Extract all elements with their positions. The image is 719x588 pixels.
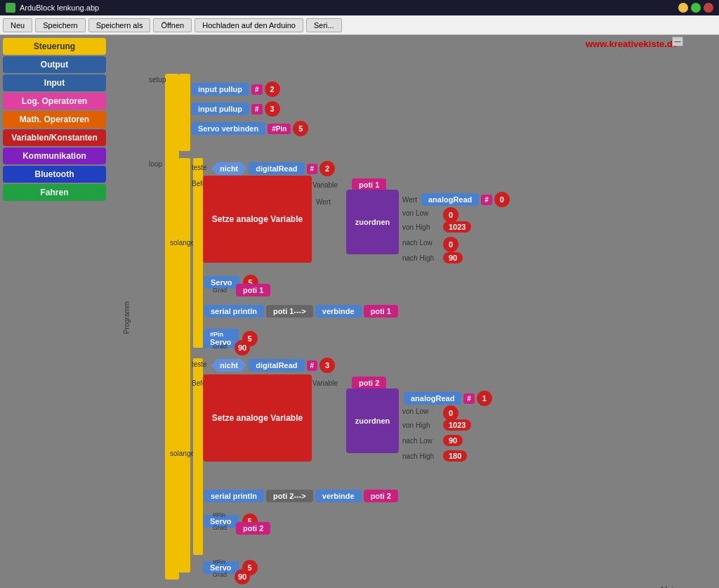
vonLow-1-label: von Low [402,209,428,217]
servo-verbinden-row: Servo verbinden #Pin 5 [190,120,309,137]
pin-val-1[interactable]: 2 [265,81,280,97]
servo-4-grad-val[interactable]: 90 [235,569,250,584]
collapse-button[interactable]: — [672,37,683,46]
setze-analoge-1-block[interactable]: Setze analoge Variable [203,176,312,263]
var-label-1: Variable [312,181,338,189]
vonLow-1-val[interactable]: 0 [443,207,459,223]
menu-bar: Neu Speichern Speichern als Öffnen Hochl… [0,15,719,35]
zuordnen-2-block[interactable]: zuordnen [346,388,399,453]
dr-2-pin-label: # [307,360,318,371]
ar-2-pin-val[interactable]: 1 [477,391,492,406]
servo-2-pin-label: #Pin [210,331,232,338]
poti2-arrow-val[interactable]: poti 2---> [266,490,313,502]
servo-2-grad-label: Grad [213,343,227,350]
save-button[interactable]: Speichern [35,18,86,32]
setze-analoge-2-block[interactable]: Setze analoge Variable [203,374,312,462]
programm-label: Programm [123,301,131,334]
yellow-solange-2-bar [193,358,203,555]
servo-1-grad-val[interactable]: poti 1 [236,284,270,296]
serial-println-1-block[interactable]: serial println [204,305,264,318]
teste-1-label: teste [192,164,207,171]
upload-button[interactable]: Hochladen auf den Arduino [194,18,303,32]
dr-1-pin-label: # [307,164,318,174]
servo-verbinden-block[interactable]: Servo verbinden [191,122,265,135]
teste-2-label: teste [192,360,207,368]
serial-println-2-row: serial println poti 2---> verbinde poti … [203,489,399,503]
setup-label: setup [149,76,166,84]
new-button[interactable]: Neu [3,18,32,32]
digital-read-1-block[interactable]: digitalRead [249,162,304,175]
servo-pin-val[interactable]: 5 [293,121,308,136]
digital-read-2-block[interactable]: digitalRead [249,359,304,372]
vonHigh-1-val[interactable]: 1023 [443,221,471,233]
nicht-1-block[interactable]: nicht [211,162,246,175]
sidebar-item-bluetooth[interactable]: Bluetooth [3,166,106,183]
close-button[interactable] [704,3,713,13]
input-pullup-2-block[interactable]: input pullup [191,103,249,115]
maximize-button[interactable] [691,3,701,13]
sidebar: Steuerung Output Input Log. Operatoren M… [0,35,109,588]
serial-println-2-block[interactable]: serial println [204,490,264,502]
verbinde-1-block[interactable]: verbinde [315,305,362,318]
dr-1-pin-val[interactable]: 2 [319,161,335,176]
yellow-loop-bar [179,158,190,573]
servo-3-grad-label: Grad [213,524,227,531]
poti1-arrow-val[interactable]: poti 1---> [266,305,313,318]
analog-read-2-row: analogRead # 1 [402,390,493,407]
zuordnen-1-block[interactable]: zuordnen [346,190,399,254]
serial-button[interactable]: Seri... [306,18,342,32]
nicht-2-block[interactable]: nicht [211,359,246,372]
analog-read-2-block[interactable]: analogRead [404,392,461,405]
nachHigh-2-val[interactable]: 180 [443,450,467,462]
serial-println-1-row: serial println poti 1---> verbinde poti … [203,304,399,318]
poti2-var-val[interactable]: poti 2 [364,490,398,502]
vonHigh-1-label: von High [402,223,430,231]
open-button[interactable]: Öffnen [153,18,192,32]
servo-2-row: #Pin Servo 5 [203,329,258,348]
input-pullup-1-block[interactable]: input pullup [191,83,249,96]
window-title: ArduBlock lenkung.abp [20,4,99,12]
vonLow-2-label: von Low [402,407,428,415]
pin-label-1: # [251,84,263,95]
servo-3-grad-val[interactable]: poti 2 [236,522,270,535]
nachHigh-1-val[interactable]: 90 [443,252,463,263]
solange-1-label: solange [170,239,194,247]
save-as-button[interactable]: Speichern als [88,18,151,32]
servo-2-grad-val[interactable]: 90 [235,340,250,355]
vonHigh-2-label: von High [402,422,430,429]
nachHigh-1-label: nach High [402,254,434,262]
ar-1-pin-label: # [481,195,492,205]
analog-read-1-block[interactable]: analogRead [421,193,479,206]
pin-label-2: # [251,104,263,115]
window-controls [678,3,713,13]
pin-val-2[interactable]: 3 [265,101,280,117]
sidebar-item-input[interactable]: Input [3,74,106,91]
verbinde-2-block[interactable]: verbinde [315,490,362,502]
var-label-2: Variable [312,379,338,387]
title-bar: ArduBlock lenkung.abp [0,0,719,15]
minimize-button[interactable] [678,3,688,13]
yellow-setup-bar [179,74,190,151]
poti1-var-val[interactable]: poti 1 [364,305,398,318]
yellow-main-bar [165,74,179,580]
sidebar-item-output[interactable]: Output [3,56,106,73]
input-pullup-1-row: input pullup # 2 [190,81,281,98]
poti-2-var[interactable]: poti 2 [352,377,386,389]
main-layout: Steuerung Output Input Log. Operatoren M… [0,35,719,588]
nachLow-2-label: nach Low [402,437,433,445]
sidebar-item-vars[interactable]: Variablen/Konstanten [3,129,106,146]
nachLow-1-val[interactable]: 0 [443,237,459,252]
ar-1-pin-val[interactable]: 0 [494,192,510,207]
watermark: www.kreativekiste.de [586,39,678,49]
vonHigh-2-val[interactable]: 1023 [443,419,471,431]
vonLow-2-val[interactable]: 0 [443,405,459,421]
sidebar-item-steuerung[interactable]: Steuerung [3,38,106,55]
nachLow-2-val[interactable]: 90 [443,435,463,446]
wert-ar-label: Wert [402,196,417,204]
sidebar-item-math-op[interactable]: Math. Operatoren [3,111,106,128]
sidebar-item-log-op[interactable]: Log. Operatoren [3,93,106,110]
sidebar-item-komm[interactable]: Kommunikation [3,148,106,164]
sidebar-item-fahren[interactable]: Fahren [3,184,106,201]
canvas-area[interactable]: www.kreativekiste.de — Programm setup in… [109,35,719,588]
dr-2-pin-val[interactable]: 3 [319,358,335,373]
